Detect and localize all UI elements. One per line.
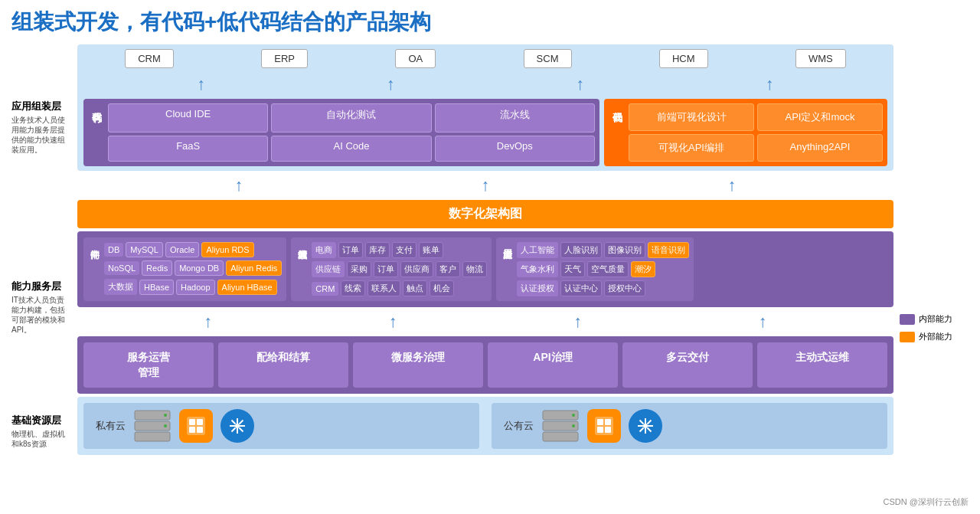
svg-point-5 [164,435,167,438]
mw-aliyun-redis: Aliyun Redis [226,260,282,276]
arrow-10: ↑ [573,312,582,332]
foundation-layer-title: 基础资源层 [11,414,71,427]
arrow-3: ↑ [576,74,584,94]
app-box-oa: OA [395,49,436,68]
svg-line-39 [640,428,644,432]
svg-rect-10 [197,427,203,433]
arrow-1: ↑ [197,74,205,94]
domain-order: 订单 [338,242,363,258]
digital-arch-bar: 数字化架构图 [77,200,893,228]
capability-layer-title: 能力服务层 [11,280,71,293]
general-label: 通用能力 [501,242,514,296]
public-cloud-section: 公有云 [492,403,887,449]
svg-line-16 [232,421,236,424]
general-weather-label: 气象水利 [517,261,558,277]
arrow-7: ↑ [728,175,737,195]
middleware-rows: DB MySQL Oracle Aliyun RDS NoSQL Redis M… [104,242,282,296]
general-weather: 天气 [560,261,585,277]
domain-bill: 账单 [419,242,443,258]
general-image-recog: 图像识别 [604,242,645,258]
youcode-section: 有代码 Cloud IDE 自动化测试 流水线 FaaS AI Code Dev… [83,99,599,166]
mw-aliyun-rds: Aliyun RDS [201,242,253,257]
domain-label: 领域能力 [296,242,309,296]
svg-line-38 [648,421,652,424]
domain-supply-row: 供应链 采购 订单 供应商 客户 物流 [312,261,487,277]
svg-point-25 [572,435,575,438]
svg-rect-28 [605,419,611,425]
page-title: 组装式开发，有代码+低代码结合的产品架构 [11,8,969,37]
main-content: CRM ERP OA SCM HCM WMS ↑ ↑ ↑ ↑ [77,44,893,496]
service-api: API治理 [488,342,618,388]
arrow-11: ↑ [759,312,767,332]
app-box-hcm: HCM [659,49,708,68]
mw-db-row: DB MySQL Oracle Aliyun RDS [104,242,282,257]
arrow-9: ↑ [389,312,397,332]
legend-internal: 内部能力 [900,313,969,325]
mw-bigdata-label: 大数据 [104,279,137,295]
arrows-row-3: ↑ ↑ ↑ ↑ [77,310,893,333]
app-top-boxes: CRM ERP OA SCM HCM WMS [83,49,887,68]
general-weather-row: 气象水利 天气 空气质量 潮汐 [517,261,689,277]
code-item-faas: FaaS [108,136,268,162]
code-item-pipeline: 流水线 [435,103,595,133]
code-item-auto-test: 自动化测试 [271,103,431,133]
general-voice-recog: 语音识别 [648,242,689,258]
domain-logistics: 物流 [462,261,487,277]
service-alloc: 配给和结算 [218,342,348,388]
capability-layer-label: 能力服务层 IT技术人员负责能力构建，包括可部署的模块和API。 [11,234,71,335]
main-container: 组装式开发，有代码+低代码结合的产品架构 应用组装层 业务技术人员使用能力服务层… [0,0,980,514]
youcode-grid: Cloud IDE 自动化测试 流水线 FaaS AI Code DevOps [108,103,595,162]
domain-supply-order: 订单 [374,261,398,277]
svg-point-24 [572,424,575,427]
domain-crm-row: CRM 线索 联系人 触点 机会 [312,280,487,296]
mw-mysql: MySQL [126,242,163,257]
code-item-devops: DevOps [435,136,595,162]
lowcode-item-anything2api: Anything2API [757,134,883,162]
arrow-8: ↑ [204,312,212,332]
domain-supply-label: 供应链 [312,261,345,277]
general-section: 通用能力 人工智能 人脸识别 图像识别 语音识别 气象水利 天气 [496,237,694,301]
domain-opportunity: 机会 [430,280,454,296]
general-rows: 人工智能 人脸识别 图像识别 语音识别 气象水利 天气 空气质量 潮汐 [517,242,689,296]
general-auth-row: 认证授权 认证中心 授权中心 [517,280,689,296]
general-auth-center: 认证中心 [560,280,602,296]
general-ai-label: 人工智能 [517,242,558,258]
domain-supplier: 供应商 [400,261,433,277]
lowcode-item-visual-api: 可视化API编排 [629,134,754,162]
service-cloud: 多云交付 [622,342,753,388]
server-icon-public [541,409,580,443]
legend-external-box [900,332,915,342]
domain-ecom-row: 电商 订单 库存 支付 账单 [312,242,487,258]
domain-crm-label: CRM [312,282,338,296]
domain-purchase: 采购 [347,261,371,277]
mw-oracle: Oracle [165,242,199,257]
k8s-icon-public [629,409,662,443]
app-box-erp: ERP [261,49,308,68]
general-auth-label: 认证授权 [517,280,558,296]
orange-icon-private [179,409,213,443]
svg-point-3 [164,414,167,417]
watermark: CSDN @深圳行云创新 [884,496,969,508]
svg-rect-8 [197,419,203,425]
arrow-2: ↑ [387,74,395,94]
lowcode-item-api-def: API定义和mock [757,103,883,131]
app-box-scm: SCM [524,49,572,68]
server-icon-private [133,409,172,443]
layer-labels: 应用组装层 业务技术人员使用能力服务层提供的能力快速组装应用。 能力服务层 IT… [11,44,71,496]
orange-icon-public [587,409,621,443]
legend: 内部能力 外部能力 [900,44,969,496]
domain-lead: 线索 [341,280,365,296]
arrow-5: ↑ [235,175,243,195]
svg-rect-27 [597,419,603,425]
domain-touchpoint: 触点 [403,280,427,296]
domain-payment: 支付 [392,242,416,258]
general-authz-center: 授权中心 [604,280,645,296]
domain-section: 领域能力 电商 订单 库存 支付 账单 供应链 采购 [291,237,492,301]
lowcode-item-frontend: 前端可视化设计 [629,103,754,131]
arrows-row-2: ↑ ↑ ↑ [77,174,893,197]
svg-rect-30 [605,427,611,433]
legend-internal-label: 内部能力 [919,313,952,325]
general-ai-row: 人工智能 人脸识别 图像识别 语音识别 [517,242,689,258]
app-layer-label: 应用组装层 业务技术人员使用能力服务层提供的能力快速组装应用。 [11,84,71,155]
middleware-section: 中间件 DB MySQL Oracle Aliyun RDS NoSQL Red [83,237,286,301]
